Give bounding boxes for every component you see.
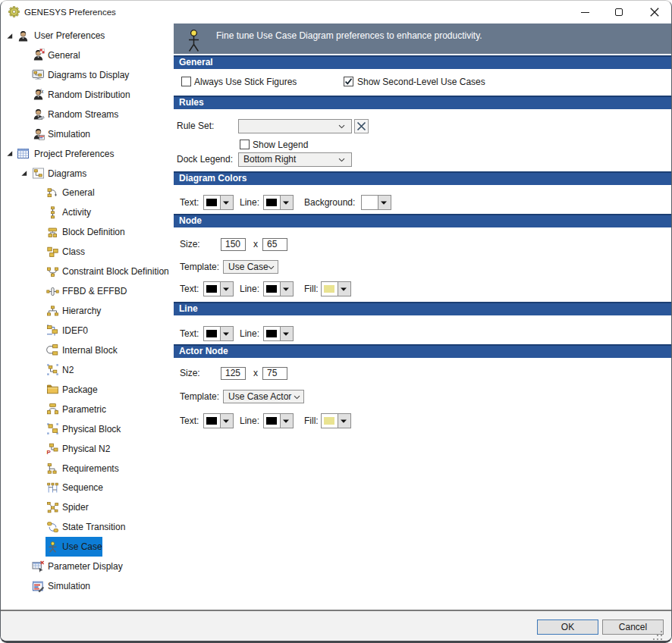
svg-text:P: P xyxy=(47,449,52,456)
svg-text:fx: fx xyxy=(39,88,44,95)
